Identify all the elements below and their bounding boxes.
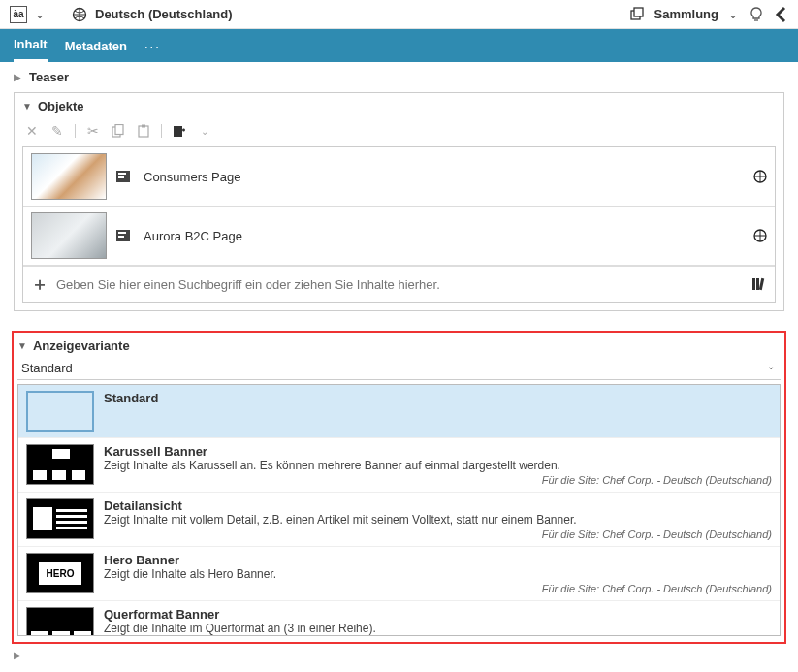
variant-option-title: Querformat Banner <box>104 607 772 622</box>
svg-rect-6 <box>139 126 148 137</box>
add-from-library-icon[interactable] <box>172 123 187 139</box>
variant-option-desc: Zeigt Inhalte mit vollem Detail, z.B. ei… <box>104 513 772 527</box>
variant-option-thumbnail: HERO <box>26 553 94 593</box>
variant-select[interactable]: Standard ⌄ <box>17 357 781 380</box>
variant-option-thumbnail <box>26 607 94 636</box>
copy-icon[interactable] <box>111 123 126 139</box>
objects-title: Objekte <box>38 99 84 113</box>
object-row[interactable]: Consumers Page <box>23 147 775 207</box>
page-type-icon <box>116 230 130 241</box>
variant-option-title: Detailansicht <box>104 498 772 513</box>
locale-indicator-icon <box>753 229 767 242</box>
add-object-icon[interactable]: ＋ <box>31 272 47 296</box>
svg-rect-7 <box>142 125 145 128</box>
page-type-icon <box>116 171 130 182</box>
collection-chevron-icon[interactable]: ⌄ <box>728 8 738 21</box>
paste-icon[interactable] <box>136 123 151 139</box>
app-logo: àa <box>10 6 27 23</box>
variant-option-meta: Für die Site: Chef Corp. - Deutsch (Deut… <box>104 528 772 540</box>
collection-icon <box>629 7 645 22</box>
tab-content[interactable]: Inhalt <box>14 29 48 62</box>
svg-rect-12 <box>756 278 759 290</box>
variant-option-desc: Zeigt die Inhalte als Hero Banner. <box>104 567 772 581</box>
library-browse-icon[interactable] <box>751 276 767 292</box>
variant-option-hero[interactable]: HERO Hero Banner Zeigt die Inhalte als H… <box>18 547 780 601</box>
svg-rect-2 <box>634 8 643 16</box>
object-name: Consumers Page <box>144 170 240 184</box>
object-search-input[interactable] <box>54 276 744 293</box>
tab-metadata[interactable]: Metadaten <box>65 31 127 61</box>
add-chevron-icon[interactable]: ⌄ <box>197 123 212 139</box>
variant-option-standard[interactable]: Standard <box>18 385 780 438</box>
tab-more-icon[interactable]: ··· <box>144 39 161 53</box>
variant-option-title: Standard <box>104 391 772 405</box>
objects-collapse-icon[interactable]: ▼ <box>22 101 32 112</box>
object-thumbnail <box>31 153 107 200</box>
hint-bulb-icon[interactable] <box>748 6 765 23</box>
object-thumbnail <box>31 212 107 259</box>
teaser-title: Teaser <box>29 70 69 84</box>
variant-collapse-icon[interactable]: ▼ <box>17 340 27 351</box>
collapse-chevron-icon[interactable] <box>775 6 788 23</box>
svg-rect-8 <box>174 126 182 137</box>
object-row[interactable]: Aurora B2C Page <box>23 207 775 266</box>
next-section-expand-icon[interactable]: ▶ <box>14 650 21 660</box>
svg-rect-5 <box>115 125 123 135</box>
variant-option-thumbnail <box>26 498 94 539</box>
locale-label: Deutsch (Deutschland) <box>95 7 233 21</box>
variant-title: Anzeigevariante <box>33 338 130 353</box>
variant-option-meta: Für die Site: Chef Corp. - Deutsch (Deut… <box>104 583 772 594</box>
variant-dropdown[interactable]: Standard Karussell Banner Zeigt Inhalte … <box>17 384 781 636</box>
variant-option-thumbnail <box>26 391 94 432</box>
delete-icon[interactable]: ✕ <box>24 123 40 139</box>
variant-option-desc: Zeigt Inhalte als Karussell an. Es könne… <box>104 459 772 472</box>
edit-icon[interactable]: ✎ <box>49 123 65 139</box>
variant-selected-value: Standard <box>21 361 73 375</box>
cut-icon[interactable]: ✂ <box>85 123 101 139</box>
variant-option-title: Karussell Banner <box>104 444 772 459</box>
teaser-expand-icon[interactable]: ▶ <box>14 72 21 82</box>
variant-option-desc: Zeigt die Inhalte im Querformat an (3 in… <box>104 622 772 635</box>
variant-option-thumbnail <box>26 444 94 485</box>
locale-indicator-icon <box>753 170 767 183</box>
app-menu-chevron-icon[interactable]: ⌄ <box>35 8 45 21</box>
object-name: Aurora B2C Page <box>144 229 242 243</box>
variant-option-meta: Für die Site: Chef Corp. - Deutsch (Deut… <box>104 474 772 486</box>
globe-icon <box>72 7 87 22</box>
svg-rect-11 <box>752 278 755 290</box>
collection-label: Sammlung <box>654 7 718 21</box>
variant-option-querformat[interactable]: Querformat Banner Zeigt die Inhalte im Q… <box>18 601 780 636</box>
variant-select-chevron-icon[interactable]: ⌄ <box>767 361 775 371</box>
variant-option-detail[interactable]: Detailansicht Zeigt Inhalte mit vollem D… <box>18 493 780 547</box>
svg-rect-13 <box>759 278 764 290</box>
variant-option-karussell[interactable]: Karussell Banner Zeigt Inhalte als Karus… <box>18 438 780 493</box>
variant-option-title: Hero Banner <box>104 553 772 567</box>
